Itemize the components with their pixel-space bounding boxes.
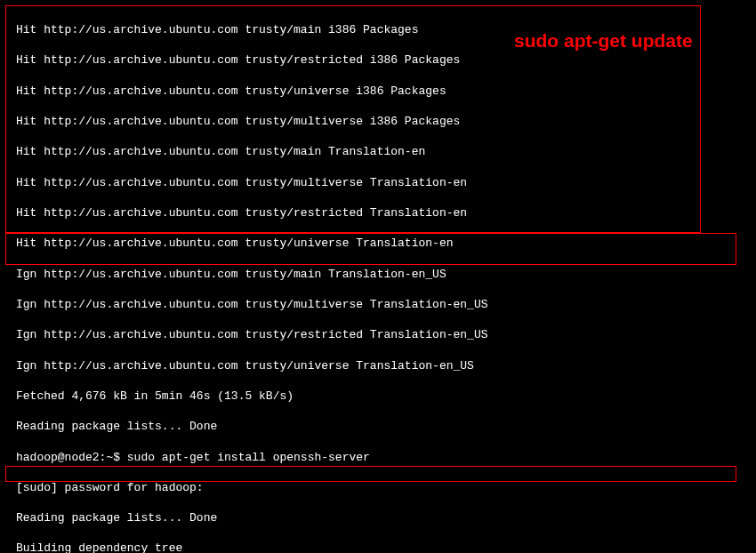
terminal-line: Hit http://us.archive.ubuntu.com trusty/… [16,175,752,190]
terminal-line: [sudo] password for hadoop: [16,480,752,495]
terminal-line: Hit http://us.archive.ubuntu.com trusty/… [16,144,752,159]
annotation-label: sudo apt-get update [514,28,693,53]
terminal-line: Reading package lists... Done [16,419,752,434]
terminal-line: Hit http://us.archive.ubuntu.com trusty/… [16,114,752,129]
terminal-line: Hit http://us.archive.ubuntu.com trusty/… [16,205,752,220]
terminal-line: Reading package lists... Done [16,510,752,525]
terminal-line: Hit http://us.archive.ubuntu.com trusty/… [16,84,752,99]
terminal-line: Ign http://us.archive.ubuntu.com trusty/… [16,327,752,342]
terminal-line: Ign http://us.archive.ubuntu.com trusty/… [16,358,752,373]
terminal-line: Ign http://us.archive.ubuntu.com trusty/… [16,297,752,312]
terminal-line: Ign http://us.archive.ubuntu.com trusty/… [16,267,752,282]
terminal-line: Hit http://us.archive.ubuntu.com trusty/… [16,236,752,251]
terminal-line: Fetched 4,676 kB in 5min 46s (13.5 kB/s) [16,389,752,404]
terminal-line: hadoop@node2:~$ sudo apt-get install ope… [16,450,752,465]
terminal-line: Hit http://us.archive.ubuntu.com trusty/… [16,52,752,68]
terminal-output: Hit http://us.archive.ubuntu.com trusty/… [4,7,752,553]
terminal-line: Building dependency tree [16,541,752,553]
